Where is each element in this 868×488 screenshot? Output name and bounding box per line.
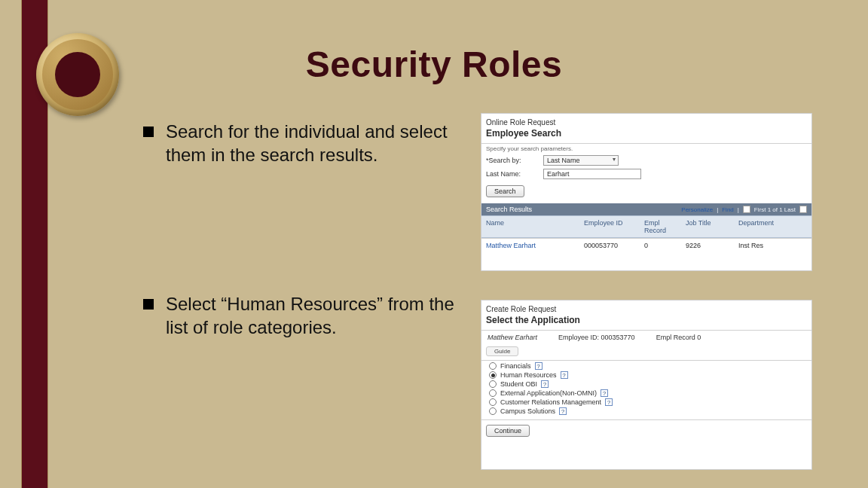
download-icon[interactable] [799, 206, 807, 213]
cell-name[interactable]: Matthew Earhart [481, 238, 579, 252]
table-header: Name Employee ID Empl Record Job Title D… [481, 215, 811, 238]
emplid-label: Employee ID: [558, 334, 599, 341]
help-icon[interactable]: ? [601, 389, 608, 397]
employee-name: Matthew Earhart [487, 334, 537, 341]
lastname-row: Last Name: Earhart [486, 169, 807, 179]
guide-button[interactable]: Guide [486, 346, 518, 356]
radio-human-resources[interactable]: Human Resources? [489, 371, 804, 379]
radio-label: Financials [500, 362, 531, 370]
bullet-list: Search for the individual and select the… [143, 120, 467, 340]
page-heading: Employee Search [486, 128, 807, 139]
instructions: Specify your search parameters. [486, 145, 807, 152]
radio-student-obi[interactable]: Student OBI? [489, 380, 804, 388]
screenshot-employee-search: Online Role Request Employee Search Spec… [481, 113, 812, 271]
continue-button[interactable]: Continue [486, 425, 530, 437]
lastname-value: Earhart [547, 170, 570, 178]
slide-title: Security Roles [0, 44, 868, 85]
cell-job: 9226 [681, 238, 734, 252]
emplid-value: 000353770 [601, 334, 635, 341]
radio-icon [489, 407, 497, 415]
help-icon[interactable]: ? [559, 407, 567, 415]
breadcrumb: Create Role Request [486, 305, 807, 313]
help-icon[interactable]: ? [541, 380, 549, 388]
searchby-value: Last Name [547, 157, 580, 164]
screenshot-select-application: Create Role Request Select the Applicati… [481, 300, 812, 470]
col-dept: Department [734, 215, 811, 238]
col-emplid: Employee ID [579, 215, 640, 238]
grid-icon[interactable] [743, 206, 750, 213]
record-label: Empl Record [656, 334, 695, 341]
radio-label: Student OBI [500, 380, 537, 388]
bullet-2: Select “Human Resources” from the list o… [143, 293, 467, 339]
radio-label: Human Resources [500, 371, 557, 379]
results-header: Search Results Personalize | Find | Firs… [481, 203, 811, 215]
radio-label: Campus Solutions [500, 407, 555, 415]
employee-info: Matthew Earhart Employee ID: 000353770 E… [487, 334, 805, 341]
personalize-link[interactable]: Personalize [681, 206, 713, 213]
radio-icon [489, 389, 497, 397]
searchby-select[interactable]: Last Name [543, 155, 619, 166]
radio-label: External Application(Non-OMNI) [500, 389, 597, 397]
page-heading: Select the Application [486, 315, 807, 325]
radio-financials[interactable]: Financials? [489, 362, 804, 370]
radio-label: Customer Relations Management [500, 398, 601, 406]
col-record: Empl Record [640, 215, 681, 238]
cell-emplid: 000053770 [579, 238, 640, 252]
breadcrumb: Online Role Request [486, 118, 807, 127]
searchby-label: *Search by: [486, 157, 539, 164]
lastname-input[interactable]: Earhart [543, 169, 641, 179]
help-icon[interactable]: ? [605, 398, 613, 406]
radio-group: Financials? Human Resources? Student OBI… [481, 362, 811, 415]
record-value: 0 [697, 334, 701, 341]
cell-dept: Inst Res [734, 238, 811, 252]
find-link[interactable]: Find [722, 206, 734, 213]
lastname-label: Last Name: [486, 170, 539, 178]
cell-record: 0 [640, 238, 681, 252]
bullet-1: Search for the individual and select the… [143, 120, 467, 166]
col-job: Job Title [681, 215, 734, 238]
results-title: Search Results [486, 206, 532, 213]
radio-icon [489, 398, 497, 406]
search-button[interactable]: Search [486, 185, 524, 197]
radio-icon [489, 362, 497, 370]
results-tools: Personalize | Find | First 1 of 1 Last [681, 206, 807, 213]
slide: Security Roles Search for the individual… [0, 0, 868, 488]
pager: First 1 of 1 Last [754, 206, 796, 213]
radio-campus-solutions[interactable]: Campus Solutions? [489, 407, 804, 415]
table-row[interactable]: Matthew Earhart 000053770 0 9226 Inst Re… [481, 238, 811, 252]
searchby-row: *Search by: Last Name [486, 155, 807, 166]
help-icon[interactable]: ? [535, 362, 542, 370]
radio-crm[interactable]: Customer Relations Management? [489, 398, 804, 406]
radio-icon [489, 380, 497, 388]
help-icon[interactable]: ? [561, 371, 568, 379]
col-name: Name [481, 215, 579, 238]
radio-external-application[interactable]: External Application(Non-OMNI)? [489, 389, 804, 397]
radio-icon [489, 371, 497, 379]
